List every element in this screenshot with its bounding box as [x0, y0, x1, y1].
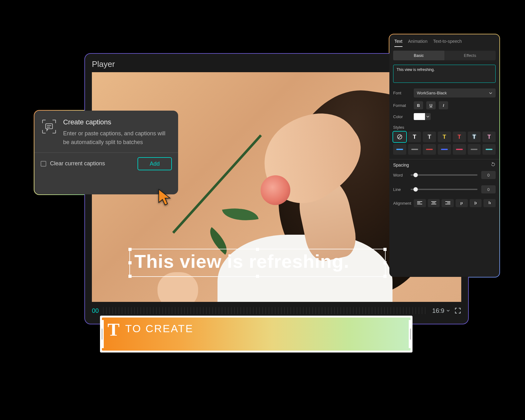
alignment-label: Alignment: [393, 201, 412, 206]
align-center-icon: [431, 201, 436, 205]
underline-button[interactable]: U: [426, 101, 436, 109]
cursor-icon: [158, 189, 174, 206]
panel-subtabs: Basic Effects: [393, 51, 496, 60]
valign-top-icon: [459, 201, 464, 205]
caption-text[interactable]: This view is refreshing.: [130, 249, 385, 273]
spacing-label: Spacing: [393, 162, 409, 168]
style-preset[interactable]: [393, 144, 406, 155]
caption-text-input[interactable]: This view is refreshing.: [393, 65, 496, 83]
word-spacing-label: Word: [393, 173, 407, 178]
subtab-effects[interactable]: Effects: [444, 51, 496, 60]
clip-trim-left[interactable]: [101, 320, 104, 348]
popup-title: Create captions: [63, 118, 171, 126]
valign-top-button[interactable]: [456, 199, 468, 207]
italic-button[interactable]: I: [439, 101, 448, 109]
font-value: WorkSans-Black: [417, 91, 447, 95]
line-spacing-label: Line: [393, 187, 407, 192]
color-swatch: [414, 113, 425, 120]
style-preset[interactable]: T: [408, 132, 421, 142]
align-right-icon: [445, 201, 450, 205]
text-inspector-panel: Text Animation Text-to-speech Basic Effe…: [389, 34, 500, 278]
reset-icon: [491, 162, 496, 167]
line-spacing-slider[interactable]: [411, 189, 478, 190]
style-preset[interactable]: [482, 144, 496, 155]
valign-bottom-icon: [488, 201, 492, 205]
style-preset[interactable]: [408, 144, 421, 155]
clip-body[interactable]: T TO CREATE: [102, 318, 411, 351]
style-preset[interactable]: [453, 144, 466, 155]
chevron-down-icon: [489, 91, 492, 95]
align-center-button[interactable]: [428, 199, 440, 207]
word-spacing-value[interactable]: 0: [481, 171, 496, 179]
font-label: Font: [393, 91, 411, 95]
tab-text[interactable]: Text: [394, 39, 402, 47]
style-preset[interactable]: [423, 144, 436, 155]
style-preset[interactable]: T: [438, 132, 451, 142]
line-spacing-value[interactable]: 0: [481, 185, 496, 193]
fullscreen-button[interactable]: [454, 307, 461, 314]
panel-tabs: Text Animation Text-to-speech: [389, 34, 499, 49]
clear-captions-checkbox[interactable]: Clear current captions: [41, 160, 105, 167]
svg-rect-0: [46, 124, 52, 129]
color-label: Color: [393, 114, 411, 119]
valign-middle-icon: [473, 201, 478, 205]
word-spacing-slider[interactable]: [411, 174, 478, 176]
color-picker[interactable]: [414, 113, 431, 120]
styles-label: Styles: [393, 125, 496, 130]
format-label: Format: [393, 103, 411, 108]
aspect-ratio-value: 16:9: [432, 307, 444, 314]
timeline-text-clip[interactable]: T TO CREATE: [100, 316, 412, 352]
style-none[interactable]: [393, 132, 406, 142]
style-preset[interactable]: T: [423, 132, 436, 142]
captions-icon: [41, 118, 58, 135]
valign-bottom-button[interactable]: [483, 199, 496, 207]
style-preset[interactable]: [468, 144, 481, 155]
timeline-ruler[interactable]: [103, 307, 428, 314]
svg-line-4: [398, 135, 401, 138]
reset-spacing-button[interactable]: [491, 162, 496, 168]
style-preset[interactable]: T: [453, 132, 466, 142]
tab-text-to-speech[interactable]: Text-to-speech: [433, 39, 462, 47]
style-preset[interactable]: [438, 144, 451, 155]
bold-button[interactable]: B: [414, 101, 423, 109]
caption-text-box[interactable]: This view is refreshing.: [129, 249, 386, 277]
tab-animation[interactable]: Animation: [408, 39, 428, 47]
chevron-down-icon: [425, 113, 431, 120]
text-style-grid: T T T T T T: [393, 132, 496, 155]
add-button[interactable]: Add: [138, 157, 172, 170]
fullscreen-icon: [454, 307, 461, 314]
timecode: 00: [92, 307, 99, 314]
clear-captions-label: Clear current captions: [50, 160, 105, 167]
font-select[interactable]: WorkSans-Black: [414, 88, 496, 98]
style-preset[interactable]: T: [482, 132, 496, 142]
style-preset[interactable]: T: [468, 132, 481, 142]
align-left-button[interactable]: [414, 199, 426, 207]
popup-description: Enter or paste captions, and captions wi…: [63, 129, 171, 147]
create-captions-popup: Create captions Enter or paste captions,…: [34, 110, 179, 195]
align-right-button[interactable]: [442, 199, 454, 207]
valign-middle-button[interactable]: [470, 199, 482, 207]
subtab-basic[interactable]: Basic: [393, 51, 444, 60]
clip-label: TO CREATE: [125, 322, 193, 335]
clip-trim-right[interactable]: [409, 320, 412, 348]
aspect-ratio-selector[interactable]: 16:9: [432, 307, 450, 314]
align-left-icon: [417, 201, 422, 205]
chevron-down-icon: [446, 309, 450, 312]
none-icon: [397, 134, 402, 140]
text-clip-icon: T: [108, 321, 120, 339]
checkbox-icon: [41, 161, 46, 167]
